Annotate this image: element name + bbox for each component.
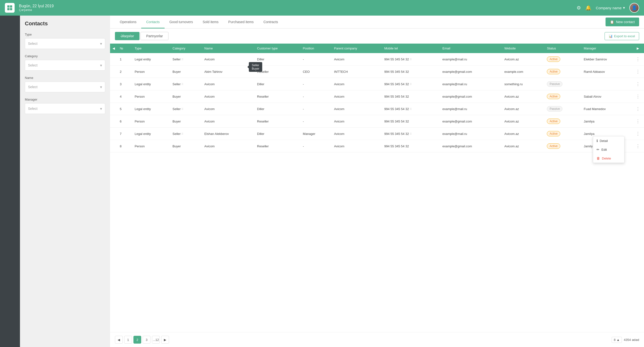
row-menu-button[interactable]: ⋮ — [634, 106, 642, 112]
cell-parent-company: Avicom — [332, 115, 382, 128]
filter-manager-placeholder: Select — [28, 107, 38, 110]
filter-name-placeholder: Select — [28, 85, 38, 89]
cell-nav — [110, 140, 117, 152]
sub-tab-elaqeler[interactable]: Əlaqələr — [115, 32, 140, 40]
cell-name: Avicom — [202, 140, 255, 152]
col-name: Name — [202, 44, 255, 53]
cell-nav — [110, 115, 117, 128]
cell-action: ⋮ — [632, 103, 644, 115]
avatar[interactable]: 👤 — [630, 3, 639, 13]
row-menu-button[interactable]: ⋮ — [634, 118, 642, 124]
right-panel: Operations Contacts Good turnovers Sold … — [110, 16, 644, 347]
col-category: Category — [170, 44, 202, 53]
logo[interactable] — [5, 3, 14, 13]
cell-manager: Fuad Mamedov — [582, 103, 632, 115]
sub-tab-partnyorlar[interactable]: Partnyorlar — [140, 32, 168, 40]
header: Bugün, 22 İyul 2019 Çərşənbə ⚙ 🔔 Company… — [0, 0, 644, 16]
cell-parent-company: Avicom — [332, 53, 382, 66]
cell-type: Legal entity — [132, 78, 170, 90]
pagination-right: 8 ▲ 4354 ədəd — [612, 337, 639, 343]
context-menu-edit[interactable]: ✏ Edit — [593, 145, 624, 154]
pagination-page-2[interactable]: 2 — [134, 336, 141, 344]
table-next-btn[interactable]: ▶ — [632, 44, 644, 53]
cell-position: Manager — [300, 128, 332, 140]
tab-operations[interactable]: Operations — [115, 16, 141, 28]
pagination-next-btn[interactable]: ▶ — [161, 336, 169, 344]
row-menu-button[interactable]: ⋮ — [634, 143, 642, 149]
tab-contacts[interactable]: Contacts — [141, 16, 164, 28]
cell-status: Passive — [544, 103, 581, 115]
context-menu-delete[interactable]: 🗑 Delete — [593, 154, 624, 163]
table-row: 3 Legal entity Seller ⠿ Avicom Diller - … — [110, 78, 644, 90]
tab-sold-items[interactable]: Sold items — [198, 16, 223, 28]
cell-website: Avicom.az — [502, 128, 545, 140]
contacts-table: ◀ № Type Category Name Customer type Pos… — [110, 44, 644, 152]
date-main: Bugün, 22 İyul 2019 — [19, 4, 576, 8]
tab-contracts[interactable]: Contracts — [258, 16, 283, 28]
main-layout: Contacts Type Select ▾ Category Select ▾ — [0, 16, 644, 347]
status-badge: Active — [547, 56, 560, 62]
col-parent-company: Parent company — [332, 44, 382, 53]
export-button[interactable]: 📊 Export to excel — [604, 32, 639, 40]
cell-nav — [110, 53, 117, 66]
svg-rect-2 — [7, 8, 10, 10]
filter-category-placeholder: Select — [28, 63, 38, 67]
cell-mobile: 994 55 345 54 32 — [382, 140, 440, 152]
row-menu-button[interactable]: ⋮ — [634, 81, 642, 87]
row-menu-button[interactable]: ⋮ — [634, 56, 642, 62]
table-row: 6 Person Buyer Avicom Reseller - Avicom … — [110, 115, 644, 128]
filter-category-select[interactable]: Select ▾ — [25, 60, 105, 70]
avatar-image: 👤 — [630, 4, 639, 12]
row-menu-button[interactable]: ⋮ — [634, 68, 642, 75]
cell-action: ⋮ — [632, 66, 644, 78]
company-selector[interactable]: Company name ▾ — [596, 6, 625, 10]
cell-type: Legal entity — [132, 103, 170, 115]
cell-customer-type: Diller — [255, 103, 300, 115]
cell-mobile: 994 55 345 54 32 — [382, 66, 440, 78]
context-menu-detail[interactable]: ℹ Detail — [593, 136, 624, 145]
col-type: Type — [132, 44, 170, 53]
cell-type: Person — [132, 140, 170, 152]
cell-website: something.ru — [502, 78, 545, 90]
pagination-page-1[interactable]: 1 — [124, 336, 132, 344]
chevron-down-icon: ▾ — [100, 106, 102, 111]
filter-type-select[interactable]: Select ▾ — [25, 38, 105, 49]
company-name: Company name — [596, 6, 622, 10]
status-badge: Passive — [547, 106, 562, 112]
new-contact-button[interactable]: 📋 New contact — [606, 18, 639, 26]
pagination-page-3[interactable]: 3 — [143, 336, 150, 344]
cell-no: 5 — [117, 103, 132, 115]
tab-purchased-items[interactable]: Purchased items — [224, 16, 258, 28]
table-row: 2 Person Buyer Akim Tahirov Reseller CEO… — [110, 66, 644, 78]
settings-icon[interactable]: ⚙ — [576, 5, 581, 11]
col-no: № — [117, 44, 132, 53]
cell-nav — [110, 66, 117, 78]
status-badge: Active — [547, 118, 560, 124]
cell-position: - — [300, 78, 332, 90]
cell-status: Active — [544, 66, 581, 78]
context-menu: ℹ Detail ✏ Edit 🗑 Delete — [593, 136, 624, 163]
filter-manager-select[interactable]: Select ▾ — [25, 103, 105, 114]
tab-good-turnovers[interactable]: Good turnovers — [164, 16, 198, 28]
cell-parent-company: Avicom — [332, 140, 382, 152]
cell-status: Active — [544, 128, 581, 140]
cell-category: Seller ⠿ — [170, 53, 202, 66]
cell-mobile: 994 55 345 54 32 ⠿ — [382, 128, 440, 140]
per-page-selector[interactable]: 8 ▲ — [612, 337, 622, 343]
pagination-prev-btn[interactable]: ◀ — [115, 336, 123, 344]
bell-icon[interactable]: 🔔 — [585, 5, 592, 11]
new-contact-icon: 📋 — [610, 20, 614, 24]
row-menu-button[interactable]: ⋮ — [634, 93, 642, 100]
pagination-page-dots[interactable]: ...12 — [152, 336, 160, 344]
cell-website: Avicom.az — [502, 115, 545, 128]
page-title: Contacts — [25, 20, 105, 27]
filter-name-select[interactable]: Select ▾ — [25, 82, 105, 92]
table-prev-btn[interactable]: ◀ — [110, 44, 117, 53]
cell-status: Active — [544, 140, 581, 152]
cell-website: Avicom.az — [502, 90, 545, 103]
row-menu-button[interactable]: ⋮ — [634, 130, 642, 137]
cell-manager: Ramil Abbasov — [582, 66, 632, 78]
content-area: Contacts Type Select ▾ Category Select ▾ — [20, 16, 644, 347]
cell-email: example@gmail.com — [440, 90, 502, 103]
total-count: 4354 ədəd — [624, 338, 639, 342]
